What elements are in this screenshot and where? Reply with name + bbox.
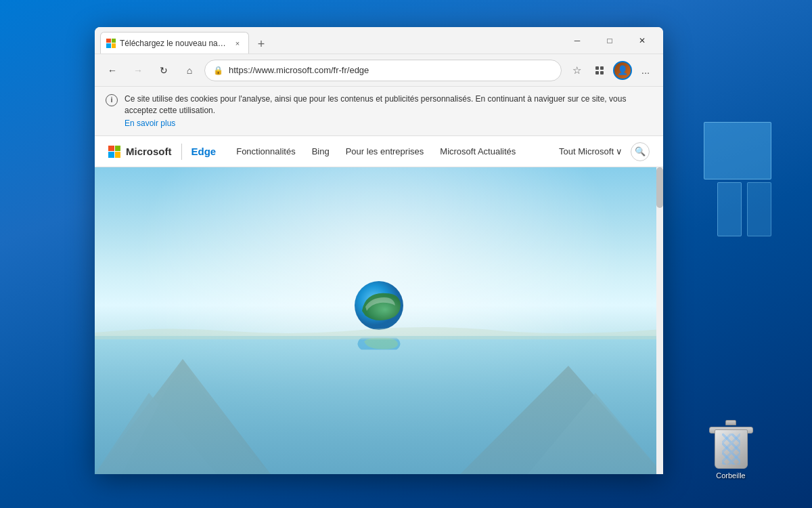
cookie-learn-more-link[interactable]: En savoir plus xyxy=(125,119,175,128)
refresh-button[interactable]: ↻ xyxy=(153,60,175,81)
maximize-button[interactable]: □ xyxy=(594,30,625,51)
browser-window: Téléchargez le nouveau navigate... × + ─… xyxy=(95,27,663,474)
info-icon: i xyxy=(106,94,118,106)
url-text: https://www.microsoft.com/fr-fr/edge xyxy=(229,65,553,75)
edge-brand-label[interactable]: Edge xyxy=(191,146,217,157)
profile-avatar: 👤 xyxy=(613,61,632,80)
svg-rect-3 xyxy=(600,71,604,75)
svg-rect-2 xyxy=(595,71,599,75)
tab-title: Téléchargez le nouveau navigate... xyxy=(120,39,228,48)
lock-icon: 🔒 xyxy=(213,66,223,75)
windows-logo-decoration xyxy=(690,122,771,257)
hero-area xyxy=(95,167,663,474)
favorites-button[interactable]: ☆ xyxy=(566,60,587,81)
search-button[interactable]: 🔍 xyxy=(631,142,650,161)
tab-favicon xyxy=(106,39,116,48)
address-bar: ← → ↻ ⌂ 🔒 https://www.microsoft.com/fr-f… xyxy=(95,54,663,87)
tout-microsoft-label: Tout Microsoft xyxy=(559,146,614,156)
forward-button[interactable]: → xyxy=(127,60,149,81)
url-bar[interactable]: 🔒 https://www.microsoft.com/fr-fr/edge xyxy=(204,60,562,81)
hero-background xyxy=(95,167,663,474)
toolbar-icons: ☆ 👤 ... xyxy=(566,60,656,81)
tab-close-button[interactable]: × xyxy=(232,38,243,49)
microsoft-squares-icon xyxy=(108,146,120,158)
recycle-bin[interactable]: Corbeille xyxy=(704,420,758,481)
nav-item-fonctionnalites[interactable]: Fonctionnalités xyxy=(229,144,302,159)
cookie-text: Ce site utilise des cookies pour l'analy… xyxy=(125,93,652,129)
svg-rect-0 xyxy=(595,66,599,70)
profile-button[interactable]: 👤 xyxy=(612,60,633,81)
new-tab-button[interactable]: + xyxy=(252,35,271,54)
svg-rect-1 xyxy=(600,66,604,70)
minimize-button[interactable]: ─ xyxy=(562,30,593,51)
nav-divider xyxy=(181,144,182,160)
nav-items: Fonctionnalités Bing Pour les entreprise… xyxy=(229,144,559,159)
collections-button[interactable] xyxy=(589,60,610,81)
recycle-bin-label: Corbeille xyxy=(716,471,745,480)
tab-area: Téléchargez le nouveau navigate... × + xyxy=(100,27,556,54)
tout-microsoft-button[interactable]: Tout Microsoft ∨ xyxy=(559,146,623,156)
home-button[interactable]: ⌂ xyxy=(179,60,200,81)
nav-right: Tout Microsoft ∨ 🔍 xyxy=(559,142,650,161)
shore-line xyxy=(95,319,663,339)
scrollbar[interactable] xyxy=(656,167,663,474)
microsoft-logo[interactable]: Microsoft xyxy=(108,146,172,158)
cookie-notice: i Ce site utilise des cookies pour l'ana… xyxy=(95,87,663,136)
site-nav: Microsoft Edge Fonctionnalités Bing Pour… xyxy=(95,136,663,167)
cookie-message: Ce site utilise des cookies pour l'analy… xyxy=(125,94,626,115)
recycle-bin-icon xyxy=(709,420,753,469)
nav-item-entreprises[interactable]: Pour les entreprises xyxy=(339,144,431,159)
title-bar: Téléchargez le nouveau navigate... × + ─… xyxy=(95,27,663,54)
scrollbar-thumb[interactable] xyxy=(656,167,663,208)
window-controls: ─ □ ✕ xyxy=(562,30,658,51)
nav-item-bing[interactable]: Bing xyxy=(305,144,336,159)
nav-item-actualites[interactable]: Microsoft Actualités xyxy=(433,144,522,159)
active-tab[interactable]: Téléchargez le nouveau navigate... × xyxy=(100,32,249,54)
back-button[interactable]: ← xyxy=(102,60,123,81)
desktop: Corbeille Téléchargez le nouveau navigat… xyxy=(0,0,812,508)
microsoft-name: Microsoft xyxy=(126,146,172,157)
close-button[interactable]: ✕ xyxy=(627,30,658,51)
chevron-down-icon: ∨ xyxy=(616,146,623,156)
more-button[interactable]: ... xyxy=(635,60,656,81)
